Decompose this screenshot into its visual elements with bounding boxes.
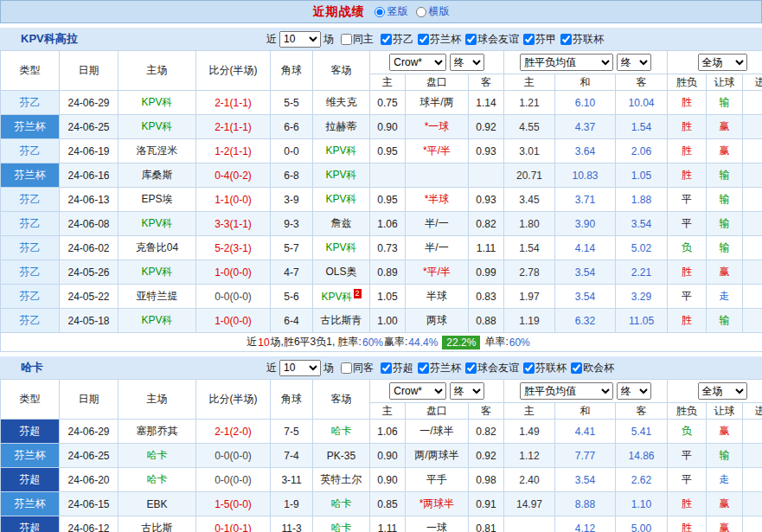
euro-draw-odds-cell: 3.54	[555, 285, 616, 309]
league-filter[interactable]: 芬甲	[523, 32, 556, 47]
league-filter-checkbox[interactable]	[465, 34, 477, 45]
home-team-cell: 哈卡	[118, 468, 196, 492]
euro-home-odds-cell: 1.54	[504, 236, 555, 260]
score-cell: 1-0(0-0)	[196, 309, 271, 333]
view-option[interactable]: 竖版	[375, 4, 408, 19]
company-final-select[interactable]: 终	[450, 382, 484, 400]
league-filter[interactable]: 芬联杯	[560, 32, 604, 47]
league-filter[interactable]: 芬乙	[381, 32, 413, 47]
league-filter-checkbox[interactable]	[571, 362, 582, 374]
euro-home-odds-cell: 4.55	[504, 115, 555, 139]
home-team-cell: KPV科	[118, 91, 196, 115]
home-team-cell: 洛瓦涅米	[118, 139, 196, 163]
col-header-ah-away: 客	[469, 403, 504, 420]
ah-home-odds-cell: 1.11	[370, 516, 406, 532]
league-filter-checkbox[interactable]	[523, 362, 535, 374]
venue-checkbox[interactable]	[341, 362, 352, 374]
score-cell: 5-2(3-1)	[196, 236, 271, 260]
odds-type-select[interactable]: 胜平负均值	[520, 382, 613, 400]
league-filter-checkbox[interactable]	[523, 34, 535, 45]
ah-away-odds-cell: 0.93	[469, 188, 504, 212]
league-cell: 芬超	[1, 468, 60, 492]
handicap-result-cell: 赢	[707, 516, 743, 532]
scope-select[interactable]: 全场	[698, 382, 747, 400]
league-filter[interactable]: 芬兰杯	[418, 361, 461, 375]
league-filter-checkbox[interactable]	[418, 34, 429, 45]
league-filter[interactable]: 芬联杯	[523, 361, 567, 375]
date-cell: 24-05-26	[60, 260, 118, 285]
corner-cell: 7-4	[271, 444, 313, 468]
summary-segment: 单率:	[484, 335, 508, 349]
home-team-cell: 塞那乔其	[118, 420, 196, 444]
league-filter-label: 球会友谊	[477, 361, 519, 375]
odds-final-select[interactable]: 终	[617, 382, 651, 400]
summary-segment: 10	[258, 337, 269, 349]
league-filter-checkbox[interactable]	[465, 362, 477, 374]
company-select[interactable]: Crow*	[389, 54, 446, 71]
euro-odds-select-cell: 胜平负均值 终	[504, 380, 668, 403]
match-count-select[interactable]: 10	[279, 31, 321, 48]
view-radio[interactable]	[375, 7, 385, 17]
scope-select[interactable]: 全场	[698, 54, 747, 71]
date-cell: 24-06-29	[60, 91, 118, 115]
venue-filter[interactable]: 同客	[341, 361, 374, 375]
league-cell: 芬乙	[1, 139, 60, 163]
ah-away-odds-cell: 0.98	[469, 468, 504, 492]
odds-type-select[interactable]: 胜平负均值	[520, 54, 613, 71]
handicap-result-cell: 输	[707, 212, 743, 236]
league-filter-checkbox[interactable]	[381, 34, 392, 45]
date-cell: 24-06-25	[60, 115, 118, 139]
ah-home-odds-cell: 1.05	[370, 285, 406, 309]
section-header: KPV科高拉 近 10 场 同主 芬乙芬兰杯球会友谊芬甲芬联杯	[0, 28, 762, 50]
col-header-corner: 角球	[271, 380, 313, 420]
corner-cell: 7-5	[271, 420, 313, 444]
league-filter-label: 芬甲	[535, 32, 556, 47]
euro-away-odds-cell: 11.05	[616, 309, 668, 333]
ah-away-odds-cell: 0.81	[469, 516, 504, 532]
filters: 近 10 场 同主 芬乙芬兰杯球会友谊芬甲芬联杯	[266, 31, 604, 48]
away-team-cell: 哈卡	[313, 420, 370, 444]
euro-draw-odds-cell: 4.12	[555, 516, 616, 532]
venue-filter[interactable]: 同主	[341, 32, 374, 47]
league-cell: 芬兰杯	[1, 444, 60, 468]
col-header-odds-home: 主	[504, 74, 555, 91]
company-final-select[interactable]: 终	[450, 54, 484, 71]
league-cell: 芬乙	[1, 188, 60, 212]
col-header-result: 胜负	[668, 403, 707, 420]
home-team-cell: EBK	[118, 492, 196, 516]
league-filter[interactable]: 欧会杯	[571, 361, 614, 375]
league-filter[interactable]: 球会友谊	[465, 361, 519, 375]
league-filter[interactable]: 芬兰杯	[418, 32, 461, 47]
ah-home-odds-cell: 0.85	[370, 492, 406, 516]
view-option[interactable]: 横版	[416, 4, 450, 19]
view-option-label: 竖版	[387, 4, 408, 19]
ah-line-cell: 半球	[406, 285, 469, 309]
handicap-result-cell: 输	[707, 163, 743, 188]
col-header-ah-line: 盘口	[406, 74, 469, 91]
euro-away-odds-cell: 5.00	[616, 516, 668, 532]
company-select[interactable]: Crow*	[389, 382, 446, 400]
handicap-result-cell: 走	[707, 285, 743, 309]
league-filter-checkbox[interactable]	[418, 362, 429, 374]
match-count-select[interactable]: 10	[279, 360, 321, 376]
col-header-handicap: 让球	[707, 403, 743, 420]
euro-away-odds-cell: 2.06	[616, 139, 668, 163]
matches-body: 芬乙24-06-29KPV科2-1(1-1)5-5维夫克0.75球半/两1.14…	[1, 91, 762, 333]
venue-checkbox[interactable]	[341, 34, 352, 45]
summary-segment: 赢率:	[384, 335, 407, 349]
scope-select-cell: 全场	[668, 51, 762, 74]
home-team-cell: 古比斯	[118, 516, 196, 532]
euro-home-odds-cell: 1.97	[504, 285, 555, 309]
league-cell: 芬超	[1, 420, 60, 444]
odds-final-select[interactable]: 终	[617, 54, 651, 71]
euro-away-odds-cell: 2.62	[616, 468, 668, 492]
handicap-result-cell: 输	[707, 309, 743, 333]
view-radio[interactable]	[416, 7, 426, 17]
goal-cell	[743, 420, 762, 444]
league-filter-checkbox[interactable]	[560, 34, 572, 45]
league-filter[interactable]: 芬超	[381, 361, 413, 375]
date-cell: 24-06-15	[60, 492, 118, 516]
league-filter[interactable]: 球会友谊	[465, 32, 519, 47]
league-filter-checkbox[interactable]	[381, 362, 392, 374]
euro-away-odds-cell: 1.10	[616, 492, 668, 516]
